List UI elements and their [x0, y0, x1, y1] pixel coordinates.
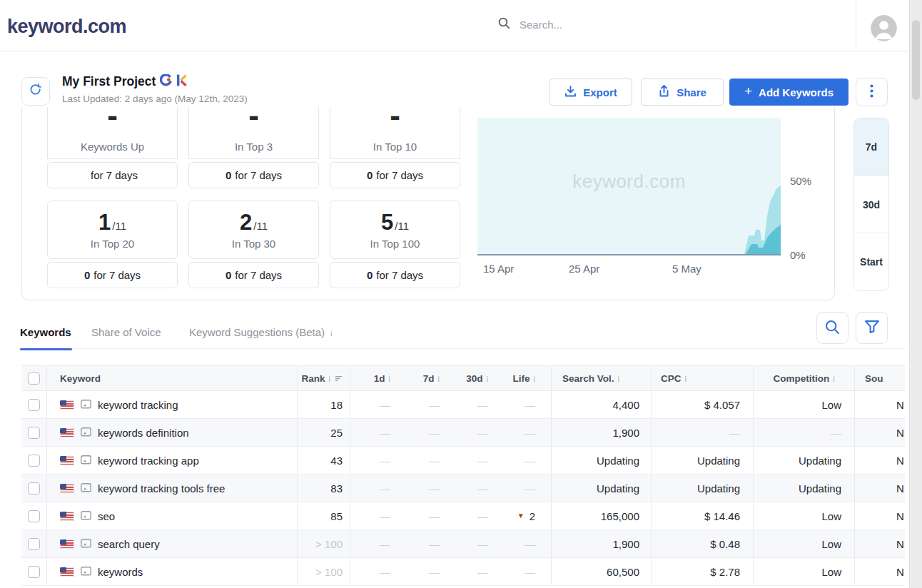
column-header-rank[interactable]: Rank — [298, 366, 350, 390]
stat-card-in-top-20: 1/11 In Top 20 — [47, 201, 178, 259]
table-row[interactable]: keywords definition 25 — — — — 1,900 — —… — [21, 419, 905, 447]
competition-value: Updating — [799, 482, 841, 495]
column-header-vol: Search Vol. — [552, 366, 652, 390]
column-header-cb — [21, 366, 47, 390]
table-row[interactable]: seo 85 — — — 2 165,000 $ 14.46 Low N — [21, 502, 905, 530]
source-value: N — [896, 455, 904, 467]
share-icon — [658, 85, 670, 99]
column-label: Sou — [865, 373, 883, 384]
source-value: N — [896, 538, 904, 550]
row-checkbox[interactable] — [28, 510, 40, 522]
row-checkbox[interactable] — [28, 427, 40, 439]
device-desktop-icon — [81, 427, 91, 439]
share-label: Share — [677, 86, 706, 98]
device-desktop-icon — [81, 566, 91, 578]
refresh-button[interactable] — [21, 77, 50, 106]
table-body: keyword tracking 18 — — — — 4,400 $ 4.05… — [21, 391, 905, 586]
column-label: Search Vol. — [562, 373, 614, 384]
keyword-k-icon — [176, 74, 187, 89]
column-header-d7: 7d — [400, 366, 449, 390]
column-label: CPC — [661, 373, 682, 384]
kebab-icon — [870, 84, 873, 100]
filter-button[interactable] — [856, 312, 888, 344]
date-range-panel: 7d 30d Start — [853, 118, 889, 291]
table-row[interactable]: keyword tracking 18 — — — — 4,400 $ 4.05… — [21, 391, 905, 419]
info-icon — [831, 373, 834, 384]
table-row[interactable]: search query > 100 — — — — 1,900 $ 0.48 … — [21, 530, 905, 558]
search-icon — [825, 320, 840, 337]
search-volume-value: 4,400 — [612, 399, 639, 411]
keyword-text: seo — [98, 510, 115, 522]
device-desktop-icon — [81, 455, 91, 467]
select-all-checkbox[interactable] — [28, 372, 40, 385]
cpc-value: — — [729, 427, 740, 439]
add-keywords-button[interactable]: + Add Keywords — [729, 78, 848, 106]
table-row[interactable]: keywords > 100 — — — — 60,500 $ 2.78 Low… — [21, 558, 905, 586]
scrollbar-thumb[interactable] — [912, 20, 920, 100]
column-label: Rank — [302, 373, 325, 384]
us-flag-icon — [60, 400, 74, 410]
table-row[interactable]: keyword tracking tools free 83 — — — — U… — [21, 475, 905, 502]
x-tick: 25 Apr — [569, 263, 599, 275]
tab-share-of-voice[interactable]: Share of Voice — [91, 326, 161, 338]
table-row[interactable]: keyword tracking app 43 — — — — Updating… — [21, 447, 905, 475]
row-checkbox[interactable] — [28, 482, 40, 495]
table-header: KeywordRank1d7d30dLifeSearch Vol.CPCComp… — [21, 365, 905, 391]
search-volume-value: Updating — [597, 455, 639, 467]
stat-label: In Top 10 — [373, 141, 417, 153]
device-desktop-icon — [81, 510, 91, 522]
life-change: — — [525, 482, 535, 495]
app-logo[interactable]: keyword.com — [7, 16, 126, 38]
tab-keyword-suggestions[interactable]: Keyword Suggestions (Beta) — [189, 326, 333, 338]
row-checkbox[interactable] — [28, 455, 40, 467]
rank-value: 18 — [330, 399, 343, 411]
range-start[interactable]: Start — [854, 233, 888, 290]
share-of-voice-chart: keyword.com — [477, 118, 781, 255]
us-flag-icon — [60, 539, 74, 549]
life-change: — — [525, 566, 535, 578]
keyword-text: keywords definition — [98, 427, 189, 439]
competition-value: Low — [821, 510, 841, 522]
x-tick: 5 May — [672, 263, 701, 275]
range-30d[interactable]: 30d — [854, 176, 888, 234]
cpc-value: $ 14.46 — [704, 510, 740, 522]
rank-value: 25 — [330, 427, 343, 439]
export-button[interactable]: Export — [549, 78, 632, 106]
page-scrollbar[interactable] — [909, 0, 922, 588]
page: keyword.com Search... My First Project L… — [0, 0, 922, 588]
source-value: N — [896, 510, 904, 522]
competition-value: — — [831, 427, 841, 439]
column-label: Competition — [773, 373, 829, 384]
device-desktop-icon — [81, 482, 91, 495]
project-last-updated: Last Updated: 2 days ago (May 12th, 2023… — [62, 93, 248, 104]
share-button[interactable]: Share — [641, 78, 724, 106]
column-header-d30: 30d — [449, 366, 504, 390]
stat-subcard: 0for 7 days — [330, 262, 460, 288]
range-7d[interactable]: 7d — [854, 118, 888, 176]
more-options-button[interactable] — [856, 78, 888, 106]
stat-card-in-top-3: - In Top 3 — [188, 107, 319, 159]
stat-subcard: 0for 7 days — [330, 162, 460, 188]
competition-value: Low — [821, 538, 841, 550]
us-flag-icon — [60, 567, 74, 577]
stat-card-in-top-100: 5/11 In Top 100 — [330, 201, 460, 259]
top-navbar: keyword.com Search... — [0, 0, 909, 51]
search-volume-value: 60,500 — [607, 566, 639, 578]
stat-subcard: for 7 days — [47, 162, 178, 188]
source-value: N — [896, 566, 904, 578]
row-checkbox[interactable] — [28, 538, 40, 550]
table-search-button[interactable] — [816, 312, 848, 344]
tab-keywords[interactable]: Keywords — [20, 326, 71, 338]
add-keywords-label: Add Keywords — [759, 86, 834, 98]
row-checkbox[interactable] — [28, 399, 40, 411]
sort-icon[interactable] — [335, 375, 343, 382]
cpc-value: $ 4.057 — [704, 399, 740, 411]
avatar[interactable] — [871, 15, 897, 41]
global-search-input[interactable]: Search... — [498, 17, 562, 32]
export-label: Export — [583, 86, 617, 98]
y-tick: 0% — [790, 249, 806, 261]
search-placeholder: Search... — [520, 19, 562, 31]
cpc-value: $ 0.48 — [710, 538, 740, 550]
stat-value: - — [248, 111, 259, 120]
row-checkbox[interactable] — [28, 566, 40, 578]
